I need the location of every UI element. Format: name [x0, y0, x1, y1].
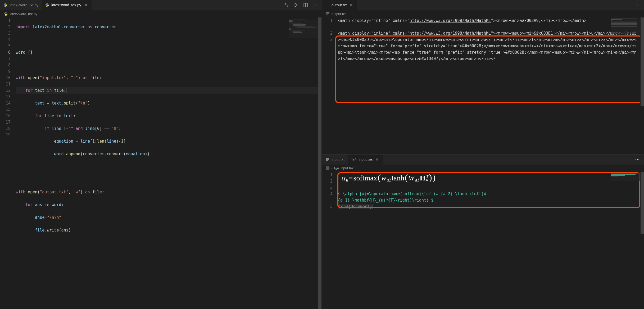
- line-gutter: 12345678910111213141516171819: [0, 17, 16, 309]
- output-editor[interactable]: 1 23 <math display="inline" xmlns="http:…: [322, 17, 644, 154]
- svg-point-9: [637, 5, 638, 6]
- code-area[interactable]: import latex2mathml.converter as convert…: [16, 17, 322, 309]
- code-editor[interactable]: 12345678910111213141516171819 import lat…: [0, 17, 322, 309]
- more-icon[interactable]: [635, 3, 640, 7]
- tex-icon: TEX: [351, 157, 356, 161]
- scrollbar[interactable]: [640, 172, 644, 309]
- left-editor-panel: latex2word_txt.py latex2word_tex.py ✕: [0, 0, 322, 309]
- tab-input-tex[interactable]: TEX input.tex ✕: [348, 154, 383, 165]
- svg-point-3: [315, 5, 316, 6]
- compare-icon[interactable]: [284, 3, 289, 7]
- run-icon[interactable]: [294, 3, 298, 7]
- modified-indicator-icon: [326, 166, 329, 170]
- svg-point-8: [636, 5, 636, 6]
- text-file-icon: [326, 12, 330, 16]
- tex-icon: TEX: [334, 166, 339, 170]
- close-icon[interactable]: ✕: [349, 3, 354, 7]
- tab-label: input.tex: [359, 157, 373, 162]
- python-icon: [45, 3, 49, 7]
- tab-input-txt[interactable]: input.txt: [322, 154, 348, 165]
- output-tab-bar: output.txt ✕: [322, 0, 644, 10]
- chevron-right-icon: ›: [331, 166, 332, 170]
- svg-point-2: [313, 5, 314, 6]
- tab-output-txt[interactable]: output.txt ✕: [322, 0, 357, 10]
- input-tab-bar: input.txt TEX input.tex ✕: [322, 154, 644, 165]
- input-tex-panel: input.txt TEX input.tex ✕ › TEX input.te…: [322, 154, 644, 309]
- more-icon[interactable]: [635, 157, 640, 162]
- more-icon[interactable]: [313, 3, 318, 7]
- close-icon[interactable]: ✕: [83, 3, 88, 7]
- python-icon: [3, 3, 7, 7]
- svg-point-10: [638, 5, 639, 6]
- output-panel: output.txt ✕ output.txt 1 23 <math disp: [322, 0, 644, 154]
- python-icon: [4, 12, 8, 16]
- line-gutter: 1234 5: [322, 172, 338, 309]
- tab-label: input.txt: [332, 157, 344, 162]
- tab-latex2word-txt[interactable]: latex2word_txt.py: [0, 0, 42, 10]
- output-text: <math display="inline" xmlns=": [338, 18, 410, 23]
- right-panel: output.txt ✕ output.txt 1 23 <math disp: [322, 0, 644, 309]
- tab-label: latex2word_txt.py: [10, 3, 38, 7]
- split-icon[interactable]: [303, 3, 308, 7]
- svg-point-17: [636, 159, 636, 160]
- text-file-icon: [325, 157, 329, 162]
- tab-label: latex2word_tex.py: [51, 3, 81, 7]
- tab-label: output.txt: [332, 3, 347, 7]
- breadcrumb[interactable]: output.txt: [322, 10, 644, 17]
- close-icon[interactable]: ✕: [375, 157, 379, 162]
- breadcrumb[interactable]: › TEX input.tex: [322, 165, 644, 172]
- highlight-annotation: [335, 35, 642, 103]
- text-file-icon: [325, 3, 329, 7]
- breadcrumb[interactable]: latex2word_tex.py: [0, 10, 322, 17]
- tex-editor[interactable]: 1234 5 αu = softmax ( wa2 tanh ( Wa1 HTu…: [322, 172, 644, 309]
- breadcrumb-file: input.tex: [341, 166, 353, 170]
- svg-point-18: [637, 159, 638, 160]
- left-tab-bar: latex2word_txt.py latex2word_tex.py ✕: [0, 0, 322, 10]
- breadcrumb-file: output.txt: [332, 12, 346, 16]
- scrollbar[interactable]: [640, 17, 644, 154]
- output-text: <math display="inline" xmlns=": [338, 31, 410, 36]
- svg-point-4: [316, 5, 317, 6]
- highlight-annotation: [337, 172, 640, 208]
- output-text: "><mrow><mi>&#x003A9;</mi></mrow></math>: [491, 18, 586, 23]
- svg-point-19: [638, 159, 639, 160]
- mathml-url: http://www.w3.org/1998/Math/MathML: [410, 31, 491, 36]
- scrollbar[interactable]: [318, 17, 322, 309]
- tab-latex2word-tex[interactable]: latex2word_tex.py ✕: [42, 0, 92, 10]
- breadcrumb-file: latex2word_tex.py: [10, 12, 37, 16]
- editor-actions: [280, 3, 322, 7]
- mathml-url: http://www.w3.org/1998/Math/MathML: [410, 18, 491, 23]
